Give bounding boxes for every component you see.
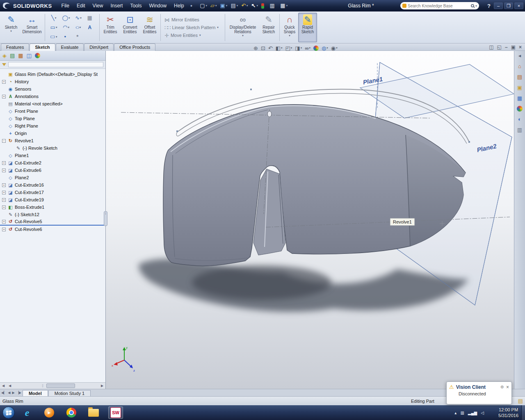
smart-dimension-button[interactable]: Smart Dimension ▾ <box>21 13 43 42</box>
graphics-viewport[interactable]: Revolve1 Plane1 Plane2 x y z <box>106 51 514 389</box>
show-hidden-icons-icon[interactable] <box>454 411 457 415</box>
panel-collapse-icon[interactable] <box>518 52 521 59</box>
solidworks-app-icon[interactable] <box>108 406 123 419</box>
menu-item[interactable]: Help <box>170 2 188 10</box>
media-player-icon[interactable] <box>42 406 57 419</box>
edit-appearance-icon[interactable]: ▾ <box>313 46 320 51</box>
status-note-icon[interactable]: ▤ <box>518 398 523 404</box>
restore-doc-icon[interactable] <box>511 44 516 50</box>
minimize-button[interactable]: – <box>494 2 503 9</box>
search-dropdown-icon[interactable]: ▾ <box>475 4 477 8</box>
displaymanager-icon[interactable] <box>35 53 40 58</box>
menu-item[interactable]: Tools <box>126 2 145 10</box>
scroll-right-icon[interactable]: ▶ <box>99 384 105 388</box>
tree-expand-toggle[interactable] <box>2 191 6 194</box>
tree-item[interactable]: Cut-Revolve5 <box>0 218 105 226</box>
input-indicator-icon[interactable] <box>460 411 464 415</box>
view-settings-icon[interactable]: ▾ <box>330 45 338 51</box>
repair-sketch-button[interactable]: Repair Sketch <box>259 13 278 42</box>
view-orientation-icon[interactable]: ▾ <box>285 45 293 51</box>
file-properties-icon[interactable]: ▾ <box>268 2 279 9</box>
tree-expand-toggle[interactable] <box>2 183 6 187</box>
offset-entities-button[interactable]: Offset Entities <box>140 13 159 42</box>
tree-item[interactable]: Cut-Revolve6 <box>0 226 105 233</box>
tree-expand-toggle[interactable] <box>2 169 6 172</box>
display-style-icon[interactable]: ▾ <box>294 45 303 51</box>
settings-wrench-icon[interactable]: ⚙ <box>500 385 504 389</box>
menu-pin-icon[interactable]: ● <box>190 4 192 8</box>
show-desktop-button[interactable] <box>521 405 525 420</box>
text-icon[interactable]: ▾ <box>84 23 97 32</box>
solidworks-resources-icon[interactable] <box>518 63 521 69</box>
tree-item[interactable]: Cut-Extrude19 <box>0 196 105 203</box>
search-input[interactable] <box>408 4 470 8</box>
commandmanager-tab[interactable]: Office Products <box>114 43 155 51</box>
mirror-entities-icon[interactable]: Mirror Entities ▾ <box>164 17 221 23</box>
close-button[interactable]: × <box>514 2 523 9</box>
notification-close-icon[interactable]: × <box>506 384 509 390</box>
help-icon[interactable]: ? <box>487 3 491 9</box>
equation-icon[interactable]: ▾ <box>72 32 84 42</box>
tree-item[interactable]: Revolve1 <box>0 137 105 144</box>
zoom-fit-icon[interactable]: ▾ <box>253 45 259 51</box>
move-entities-icon[interactable]: Move Entities ▾ <box>164 32 221 39</box>
chrome-icon[interactable] <box>64 406 79 419</box>
scrollbar-thumb[interactable] <box>46 383 75 388</box>
quick-snaps-button[interactable]: Quick Snaps ▾ <box>281 13 298 42</box>
restore-button[interactable]: ❐ <box>504 2 513 9</box>
sketch-circle[interactable] <box>267 111 272 117</box>
scroll-left-icon[interactable]: ◀ <box>0 384 7 388</box>
knowledge-search[interactable]: ▾ <box>400 2 479 9</box>
ellipse-icon[interactable]: ▾ <box>72 23 84 32</box>
circle-icon[interactable]: ▾ <box>60 14 72 23</box>
tree-item[interactable]: (-) Revole Sketch <box>0 144 105 152</box>
tree-expand-toggle[interactable] <box>2 220 6 224</box>
tree-expand-toggle[interactable] <box>2 228 6 231</box>
tree-item[interactable]: Boss-Extrude1 <box>0 203 105 211</box>
tree-expand-toggle[interactable] <box>2 198 6 202</box>
tree-item[interactable]: Cut-Extrude2 <box>0 159 105 167</box>
configurationmanager-icon[interactable] <box>18 52 23 59</box>
splitter-grip[interactable]: ⁞⁞ <box>42 384 43 388</box>
menu-item[interactable]: Window <box>145 2 170 10</box>
tree-expand-toggle[interactable] <box>2 95 6 98</box>
commandmanager-tab[interactable]: Sketch <box>30 43 55 51</box>
tree-expand-toggle[interactable] <box>2 205 6 209</box>
tab-scroll-last-icon[interactable]: ▕▶ <box>16 391 21 395</box>
tab-scroll-first-icon[interactable]: ◀▏ <box>1 391 6 395</box>
custom-properties-icon[interactable] <box>517 127 522 133</box>
convert-entities-button[interactable]: Convert Entities <box>120 13 140 42</box>
commandmanager-tab[interactable]: DimXpert <box>84 43 114 51</box>
trim-entities-button[interactable]: Trim Entities <box>101 13 120 42</box>
tree-item[interactable]: Plane2 <box>0 174 105 181</box>
menu-item[interactable]: File <box>58 2 73 10</box>
file-explorer-taskbar-icon[interactable] <box>86 406 101 419</box>
open-icon[interactable]: ▾ <box>209 2 219 9</box>
rapid-sketch-button[interactable]: Rapid Sketch <box>298 13 317 42</box>
tree-expand-toggle[interactable] <box>2 80 6 84</box>
dropdown-arrow-icon[interactable]: ▾ <box>289 34 290 37</box>
spline-icon[interactable]: ▾ <box>72 14 84 23</box>
commandmanager-tab[interactable]: Features <box>1 43 29 51</box>
line-icon[interactable]: ▾ <box>48 14 60 23</box>
featuremanager-tree-icon[interactable] <box>2 52 7 59</box>
rebuild-icon[interactable]: ▾ <box>260 3 268 9</box>
tree-item[interactable]: Front Plane <box>0 107 105 115</box>
commandmanager-tab[interactable]: Evaluate <box>56 43 84 51</box>
sketch-picture-icon[interactable]: ▾ <box>84 14 97 23</box>
panel-splitter-handle[interactable]: ⁞ <box>104 211 107 226</box>
study-tab[interactable]: Model <box>23 390 48 396</box>
network-icon[interactable] <box>468 411 477 415</box>
select-icon[interactable]: ▾ <box>250 2 260 9</box>
search-icon[interactable] <box>471 4 474 7</box>
start-button[interactable] <box>2 406 15 419</box>
tree-filter-input[interactable] <box>8 62 103 67</box>
new-document-icon[interactable]: ▾ <box>198 2 209 9</box>
dropdown-arrow-icon[interactable]: ▾ <box>242 34 244 37</box>
design-library-icon[interactable] <box>517 74 522 80</box>
appearances-icon[interactable] <box>517 106 523 112</box>
print-icon[interactable]: ▾ <box>229 2 240 9</box>
taskbar-clock[interactable]: 12:00 PM 5/31/2016 <box>498 407 518 418</box>
dropdown-arrow-icon[interactable]: ▾ <box>10 30 12 33</box>
linear-pattern-icon[interactable]: Linear Sketch Pattern ▾ <box>164 25 221 31</box>
